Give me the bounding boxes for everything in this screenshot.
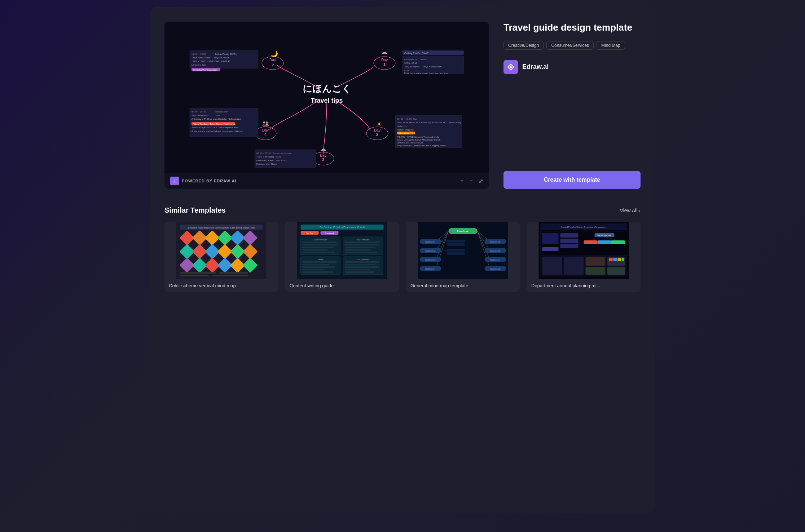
svg-rect-94: [220, 272, 248, 274]
svg-rect-107: [303, 244, 337, 245]
preview-content: にほんこく Travel tips Day 1 ☁ Day 2 ☀ Day: [164, 22, 489, 173]
svg-rect-189: [607, 267, 625, 275]
svg-text:🌙: 🌙: [271, 50, 278, 57]
svg-rect-173: [560, 244, 579, 248]
svg-rect-164: [447, 252, 465, 255]
svg-rect-128: [345, 264, 376, 265]
svg-rect-120: [303, 261, 337, 263]
svg-text:Shinjuku/Yushiku Airport: Shinjuku/Yushiku Airport: [193, 69, 217, 71]
svg-text:にほんこく: にほんこく: [303, 84, 351, 94]
svg-text:Sightseeing spots: Sightseeing spots: [192, 114, 208, 116]
tag-mind-map[interactable]: Mind Map: [597, 41, 625, 50]
template-card-content-writing[interactable]: Six Content Creation Framework Models To…: [285, 222, 399, 292]
svg-text:Annual Plan for Human Resource: Annual Plan for Human Resource Managemen…: [561, 226, 606, 228]
svg-rect-123: [303, 269, 324, 270]
svg-rect-124: [303, 271, 333, 273]
svg-rect-122: [303, 266, 335, 268]
svg-rect-171: [560, 233, 579, 238]
app-container: にほんこく Travel tips Day 1 ☁ Day 2 ☀ Day: [150, 7, 655, 513]
svg-text:transportation: transportation: [215, 111, 228, 113]
brand-label: POWERED BY EDRAW.AI: [182, 179, 236, 183]
template-thumb-dept-planning: Annual Plan for Human Resource Managemen…: [527, 222, 641, 279]
create-with-template-button[interactable]: Create with template: [503, 171, 641, 189]
svg-text:Tokyo Toy Store: Tokyo Station: Tokyo Toy Store: Tokyo Station First Ave…: [193, 123, 236, 125]
svg-text:Subtopic 3: Subtopic 3: [425, 259, 436, 261]
fullscreen-button[interactable]: ⤢: [479, 178, 483, 185]
svg-text:Main topic: Main topic: [457, 230, 469, 233]
svg-text:Day: Day: [374, 128, 380, 132]
svg-text:Subtopic 6: Subtopic 6: [490, 250, 501, 252]
template-label-color-scheme: Color scheme vertical mind map: [164, 279, 278, 292]
svg-rect-191: [613, 258, 617, 261]
svg-text:aircraft: aircraft: [421, 58, 427, 61]
svg-text:1: 1: [383, 62, 386, 66]
templates-grid: Exclusive Name Document Color Structure …: [164, 222, 641, 292]
info-panel: Travel guide design template Creative/De…: [503, 22, 641, 189]
svg-text:Taoyuan Airport → Tokyo Narita: Taoyuan Airport → Tokyo Narita Airport: [404, 66, 442, 68]
top-section: にほんこく Travel tips Day 1 ☁ Day 2 ☀ Day: [164, 22, 641, 189]
svg-text:transportation: transportation: [404, 58, 418, 61]
svg-rect-96: [212, 275, 248, 276]
svg-text:🎎: 🎎: [262, 120, 269, 127]
svg-text:00: 00 ~ 00: 00: 00: 00 ~ 00: 00: [256, 152, 271, 154]
svg-rect-127: [345, 261, 379, 263]
svg-text:Travel + Shopping: Travel + Shopping: [256, 156, 274, 158]
svg-rect-182: [611, 240, 625, 244]
template-card-general-mindmap[interactable]: Main topic Subtopic 1: [406, 222, 520, 292]
svg-text:Top Tips: Top Tips: [306, 232, 313, 234]
zoom-in-button[interactable]: +: [460, 178, 463, 184]
tag-consumer-services[interactable]: Consumer/Services: [546, 41, 594, 50]
view-all-link[interactable]: View All ›: [620, 208, 641, 213]
svg-rect-131: [345, 271, 374, 273]
svg-text:Take JR HIGHWAY BUS from Shinj: Take JR HIGHWAY BUS from Shinjuku South …: [397, 121, 461, 124]
svg-rect-129: [345, 266, 379, 268]
svg-rect-114: [345, 244, 379, 245]
svg-text:Cathay Pacific: CX451: Cathay Pacific: CX451: [404, 52, 430, 55]
svg-text:Disney, shopping: Disney, shopping: [397, 129, 414, 131]
svg-rect-109: [303, 249, 328, 251]
svg-text:HR Management: HR Management: [598, 234, 611, 236]
similar-section: Similar Templates View All › Exclusive N…: [164, 206, 641, 292]
svg-rect-108: [303, 247, 333, 248]
svg-text:checkpoint: checkpoint: [276, 159, 287, 161]
svg-text:PAS Framework: PAS Framework: [356, 239, 370, 241]
svg-rect-130: [345, 269, 370, 270]
svg-text:Subtopic 1: Subtopic 1: [425, 241, 436, 243]
svg-text:11:00 ~ 12:00/11:20~13:10/11:4: 11:00 ~ 12:00/11:20~13:10/11:40~13:30: [192, 60, 230, 62]
template-card-color-scheme[interactable]: Exclusive Name Document Color Structure …: [164, 222, 278, 292]
svg-text:repeat: repeat: [237, 130, 243, 132]
svg-text:Akihabara + JR Chuo Line (Shin: Akihabara + JR Chuo Line (Shinjuku - Och…: [192, 118, 241, 120]
svg-rect-187: [586, 267, 606, 275]
svg-rect-95: [180, 275, 209, 276]
svg-rect-110: [303, 252, 335, 253]
svg-rect-93: [180, 272, 216, 274]
svg-rect-172: [560, 239, 579, 243]
svg-rect-113: [345, 241, 379, 243]
svg-rect-121: [303, 264, 330, 265]
svg-rect-170: [542, 233, 559, 244]
svg-rect-162: [447, 243, 465, 246]
svg-text:Subtopic 5: Subtopic 5: [490, 241, 501, 243]
svg-rect-115: [345, 247, 376, 248]
svg-text:Flexibe: Flexibe: [317, 258, 323, 261]
svg-text:route: route: [215, 114, 220, 116]
svg-rect-174: [542, 247, 559, 251]
template-thumb-general-mindmap: Main topic Subtopic 1: [406, 222, 520, 279]
svg-rect-185: [564, 257, 584, 275]
svg-text:Subtopic 2: Subtopic 2: [425, 250, 436, 252]
author-name: Edraw.ai: [522, 63, 549, 71]
template-thumb-content-writing: Six Content Creation Framework Models To…: [285, 222, 399, 279]
zoom-out-button[interactable]: −: [470, 178, 473, 184]
svg-text:Ginza: Umagariku Suzuki Mitsui: Ginza: Umagariku Suzuki Mitsui Main Bran…: [397, 139, 440, 141]
svg-text:Asakusa Skytrain/JR Chuo Line : Asakusa Skytrain/JR Chuo Line (Shinjuku-…: [192, 127, 239, 129]
preview-brand: ⟁ POWERED BY EDRAW.AI: [170, 177, 236, 185]
tag-creative-design[interactable]: Creative/Design: [503, 41, 544, 50]
template-card-dept-planning[interactable]: Annual Plan for Human Resource Managemen…: [527, 222, 641, 292]
svg-text:PIERRE HERMÉ (dessert) Thousan: PIERRE HERMÉ (dessert) Thousand-fouille: [397, 136, 440, 138]
chevron-right-icon: ›: [639, 208, 641, 213]
similar-header: Similar Templates View All ›: [164, 206, 641, 214]
template-title: Travel guide design template: [503, 22, 641, 34]
tag-list: Creative/Design Consumer/Services Mind M…: [503, 41, 641, 50]
svg-text:12:55~ 17:15: 12:55~ 17:15: [404, 62, 417, 64]
similar-section-title: Similar Templates: [164, 206, 226, 214]
